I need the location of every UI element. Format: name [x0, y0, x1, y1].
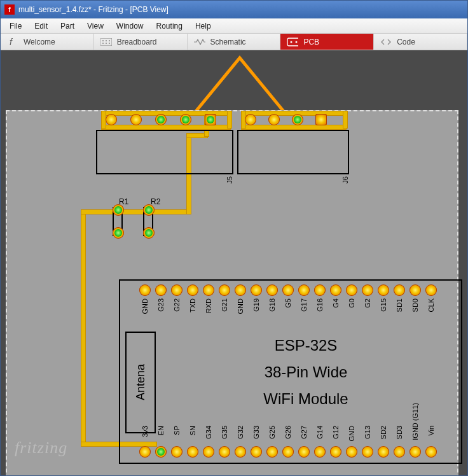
trace[interactable]	[343, 111, 348, 129]
pad-top-G23[interactable]	[155, 284, 167, 296]
trace[interactable]	[227, 111, 232, 129]
pad-bot-EN[interactable]	[155, 446, 167, 458]
pad-j6-4[interactable]	[315, 114, 327, 125]
resistor-r1[interactable]	[113, 207, 123, 236]
view-tabs: f Welcome Breadboard Schematic PCB Code	[1, 34, 467, 50]
pad-bot-G26[interactable]	[282, 446, 294, 458]
pcb-canvas[interactable]: J5 J6 R1 R2	[1, 50, 467, 475]
pinlabel-top-TXD: TXD	[189, 298, 196, 312]
antena-label: Antena	[134, 364, 148, 400]
titlebar[interactable]: f multi_sensor_1.4.fzz* - Fritzing - [PC…	[1, 1, 467, 18]
pad-j5-3[interactable]	[155, 114, 167, 125]
pad-top-G22[interactable]	[171, 284, 182, 296]
pad-top-G4[interactable]	[330, 284, 341, 296]
pinlabel-bot-G25: G25	[268, 426, 276, 439]
menu-window[interactable]: Window	[110, 22, 150, 31]
pad-top-CLK[interactable]	[425, 284, 437, 296]
pad-j6-1[interactable]	[245, 114, 256, 125]
svg-point-3	[106, 40, 107, 41]
pad-top-GND[interactable]	[139, 284, 151, 296]
menu-routing[interactable]: Routing	[150, 22, 189, 31]
pad-bot-SD2[interactable]	[378, 446, 389, 458]
pinlabel-top-G18: G18	[268, 298, 276, 312]
antena-box[interactable]: Antena	[125, 332, 156, 433]
pinlabel-top-RXD: RXD	[205, 298, 212, 313]
tab-code[interactable]: Code	[374, 34, 467, 50]
pad-bot-Vin[interactable]	[425, 446, 437, 458]
trace[interactable]	[101, 125, 231, 130]
pad-top-GND[interactable]	[235, 284, 246, 296]
pinlabel-bot-SN: SN	[189, 426, 196, 435]
pinlabel-bot-G12: G12	[332, 426, 340, 439]
pad-bot-SN[interactable]	[187, 446, 198, 458]
svg-point-5	[102, 43, 104, 44]
pad-j5-1[interactable]	[106, 114, 117, 125]
pinlabel-top-G23: G23	[157, 298, 165, 312]
pad-r2-a[interactable]	[143, 204, 155, 216]
pinlabel-bot-SP: SP	[173, 426, 181, 435]
pad-bot-G25[interactable]	[266, 446, 278, 458]
pinlabel-bot-G35: G35	[221, 426, 228, 439]
pad-r1-a[interactable]	[113, 204, 124, 216]
menu-help[interactable]: Help	[189, 22, 217, 31]
trace[interactable]	[81, 209, 86, 445]
header-j5-silkscreen[interactable]	[96, 130, 233, 174]
pad-bot-G27[interactable]	[298, 446, 310, 458]
menu-file[interactable]: File	[3, 22, 28, 31]
schematic-icon	[194, 38, 205, 46]
tab-label: Schematic	[210, 38, 246, 46]
pad-j5-2[interactable]	[130, 114, 142, 125]
app-window: f multi_sensor_1.4.fzz* - Fritzing - [PC…	[0, 0, 468, 476]
pad-top-SD0[interactable]	[410, 284, 421, 296]
pad-j5-4[interactable]	[180, 114, 191, 125]
resistor-r2[interactable]	[143, 207, 153, 236]
pad-bot-IGND (G11)[interactable]	[410, 446, 421, 458]
pad-top-G5[interactable]	[282, 284, 294, 296]
pad-bot-GND[interactable]	[346, 446, 357, 458]
pad-j5-5[interactable]	[205, 114, 216, 125]
module-name: ESP-32S	[210, 337, 401, 354]
pad-bot-G14[interactable]	[314, 446, 326, 458]
pad-bot-3v3[interactable]	[139, 446, 151, 458]
tab-schematic[interactable]: Schematic	[188, 34, 281, 50]
trace[interactable]	[241, 125, 347, 130]
menu-part[interactable]: Part	[54, 22, 81, 31]
pinlabel-bot-G32: G32	[237, 426, 244, 439]
pad-bot-G13[interactable]	[362, 446, 373, 458]
pad-top-G21[interactable]	[219, 284, 230, 296]
tab-breadboard[interactable]: Breadboard	[94, 34, 188, 50]
pad-top-SD1[interactable]	[394, 284, 405, 296]
j6-label: J6	[341, 176, 349, 184]
pad-top-G17[interactable]	[298, 284, 310, 296]
pad-j6-3[interactable]	[292, 114, 303, 125]
trace[interactable]	[81, 209, 190, 214]
pinlabel-top-G16: G16	[316, 298, 324, 312]
pad-r1-b[interactable]	[113, 227, 124, 239]
pad-bot-G35[interactable]	[219, 446, 230, 458]
pad-top-RXD[interactable]	[203, 284, 214, 296]
pad-top-G2[interactable]	[362, 284, 373, 296]
pad-top-G19[interactable]	[251, 284, 262, 296]
pad-bot-G12[interactable]	[330, 446, 341, 458]
pad-bot-SD3[interactable]	[394, 446, 405, 458]
pad-bot-G32[interactable]	[235, 446, 246, 458]
pad-top-G18[interactable]	[266, 284, 278, 296]
pinlabel-bot-G27: G27	[300, 426, 308, 439]
pad-top-G15[interactable]	[378, 284, 389, 296]
pcb-workspace[interactable]: J5 J6 R1 R2	[1, 50, 467, 475]
menu-view[interactable]: View	[81, 22, 110, 31]
pinlabel-bot-EN: EN	[157, 426, 165, 435]
pad-bot-SP[interactable]	[171, 446, 182, 458]
tab-pcb[interactable]: PCB	[280, 34, 374, 50]
pad-top-G16[interactable]	[314, 284, 326, 296]
pad-r2-b[interactable]	[143, 227, 155, 239]
pad-top-G0[interactable]	[346, 284, 357, 296]
pad-bot-G33[interactable]	[251, 446, 262, 458]
code-icon	[380, 38, 392, 46]
header-j6-silkscreen[interactable]	[237, 130, 349, 174]
pad-top-TXD[interactable]	[187, 284, 198, 296]
pad-j6-2[interactable]	[268, 114, 280, 125]
tab-welcome[interactable]: f Welcome	[1, 34, 94, 50]
menu-edit[interactable]: Edit	[28, 22, 54, 31]
pad-bot-G34[interactable]	[203, 446, 214, 458]
